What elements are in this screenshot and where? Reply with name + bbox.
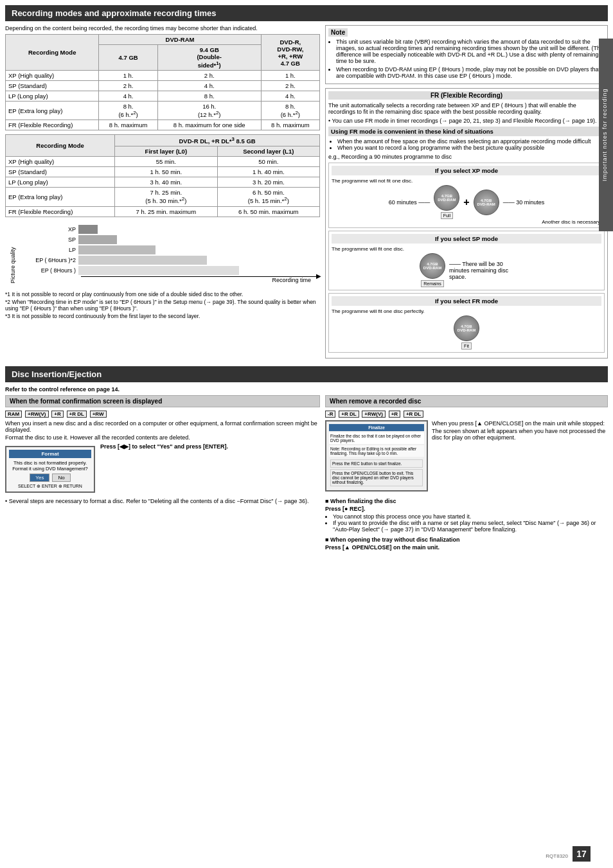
note-list: This unit uses variable bit rate (VBR) r…: [336, 39, 605, 79]
finalize-section-title: ■ When finalizing the disc: [325, 498, 608, 504]
diagram-fr-title: If you select FR mode: [332, 296, 601, 306]
badge-rdl: +R DL: [67, 411, 87, 418]
note-title: Note: [328, 28, 348, 37]
format-bullet: • Several steps are necessary to format …: [5, 498, 320, 504]
badge-rw: +RW: [90, 411, 107, 418]
fr-situation-2: When you want to record a long programme…: [337, 145, 605, 151]
chart-area: Picture quality XP SP LP: [5, 222, 320, 286]
page-wrapper: Important notes for recording Recording …: [0, 0, 613, 868]
table2-header-l1: Second layer (L1): [217, 146, 319, 157]
badge-rwv: +RW(V): [25, 411, 49, 418]
format-sub-header: When the format confirmation screen is d…: [5, 395, 320, 407]
page-number: 17: [573, 846, 591, 862]
finalize-section-subtitle: Press [● REC].: [325, 506, 608, 512]
disc-xp-2: 4.7GBDVD-RAM: [474, 190, 499, 215]
chart-bar-sp: SP: [21, 235, 317, 244]
bottom-section: When the format confirmation screen is d…: [5, 395, 608, 551]
finalize-bullet-2: If you want to provide the disc with a n…: [333, 520, 608, 533]
refer-text: Refer to the control reference on page 1…: [5, 386, 608, 393]
diagram-xp-desc: The programme will not fit one disc.: [332, 178, 601, 184]
fr-situations-list: When the amount of free space on the dis…: [337, 138, 605, 151]
fr-box: FR (Flexible Recording) The unit automat…: [325, 88, 608, 359]
format-yes-button[interactable]: Yes: [30, 474, 49, 482]
format-dialog-body: This disc is not formatted properly. For…: [9, 460, 91, 472]
chart-bar-ep6: EP ( 6Hours )*2: [21, 256, 317, 265]
badge-minus-r: -R: [325, 411, 335, 418]
footnotes: *1 It is not possible to record or play …: [5, 291, 320, 319]
fr-situation-1: When the amount of free space on the dis…: [337, 138, 605, 145]
note-item-1: This unit uses variable bit rate (VBR) r…: [336, 39, 605, 64]
table1-header-94gb: 9.4 GB(Double-sided*1): [157, 45, 261, 71]
chart-bar-xp: XP: [21, 225, 317, 234]
table-row: SP (Standard) 2 h. 4 h. 2 h.: [6, 81, 320, 91]
finalize-btn-row: Press the REC button to start finalize. …: [329, 458, 424, 488]
diagram-xp: If you select XP mode The programme will…: [328, 163, 605, 228]
chart-bar-lp: LP: [21, 245, 317, 254]
table1-header-47gb: 4.7 GB: [99, 45, 157, 71]
footnote-3: *3 It is not possible to record continuo…: [5, 313, 320, 319]
recording-table1: Recording Mode DVD-RAM DVD-R,DVD-RW,+R, …: [5, 34, 320, 130]
badge-plus-r2: +R: [389, 411, 400, 418]
finalize-section: ■ When finalizing the disc Press [● REC]…: [325, 498, 608, 533]
fr-situations-title: Using FR mode is convenient in these kin…: [328, 127, 605, 136]
format-desc2: Format the disc to use it. However all t…: [5, 434, 320, 441]
diagram-xp-visual: 60 minutes —— 4.7GBDVD-RAM Full + 4.7GBD…: [332, 185, 601, 219]
format-dialog-buttons: Yes No: [9, 474, 91, 482]
open-tray-section: ■ When opening the tray without disc fin…: [325, 536, 608, 551]
remove-disc-badges: -R +R DL +RW(V) +R +R DL: [325, 410, 608, 418]
note-item-2: When recording to DVD-RAM using EP ( 8Ho…: [336, 66, 605, 79]
table-row: SP (Standard) 1 h. 50 min. 1 h. 40 min.: [6, 167, 320, 177]
intro-text: Depending on the content being recorded,…: [5, 25, 320, 31]
recording-table2: Recording Mode DVD-R DL, +R DL*3 8.5 GB …: [5, 134, 320, 217]
table-row: EP (Extra long play) 7 h. 25 min.(5 h. 3…: [6, 188, 320, 206]
fr-bullet: • You can use FR mode in timer recording…: [328, 118, 605, 124]
right-column: Note This unit uses variable bit rate (V…: [325, 25, 608, 362]
fr-example: e.g., Recording a 90 minutes programme t…: [328, 154, 605, 160]
table1-header-dvdr: DVD-R,DVD-RW,+R, +RW4.7 GB: [261, 35, 319, 71]
finalize-right-text: When you press [▲ OPEN/CLOSE] on the mai…: [432, 420, 608, 494]
open-tray-title: ■ When opening the tray without disc fin…: [325, 536, 608, 543]
format-desc1: When you insert a new disc and a disc re…: [5, 420, 320, 433]
table2-header-l0: First layer (L0): [115, 146, 217, 157]
remove-disc-sub-header: When remove a recorded disc: [325, 395, 608, 407]
format-dialog-title: Format: [9, 450, 91, 458]
finalize-area: Finalize Finalize the disc so that it ca…: [325, 420, 608, 494]
badge-plus-rdl2: +R DL: [404, 411, 423, 418]
table-row: EP (Extra long play) 8 h.(6 h.*2) 16 h.(…: [6, 102, 320, 120]
disc-fr: 4.7GBDVD-RAM: [454, 315, 479, 341]
table1-header-dvdram: DVD-RAM: [99, 35, 261, 45]
finalize-bullet-1: You cannot stop this process once you ha…: [333, 513, 608, 520]
finalize-screenshot: Finalize Finalize the disc so that it ca…: [325, 420, 428, 492]
chart-bar-ep8: EP ( 8Hours ): [21, 266, 317, 275]
open-tray-subtitle: Press [▲ OPEN/CLOSE] on the main unit.: [325, 544, 608, 551]
table2-header-mode: Recording Mode: [6, 135, 115, 157]
disc-xp-1: 4.7GBDVD-RAM: [434, 185, 459, 211]
diagram-sp-visual: 4.7GBDVD-RAM Remains —— There will be 30…: [332, 253, 601, 287]
fr-description: The unit automatically selects a recordi…: [328, 102, 605, 115]
table-row: XP (High quality) 1 h. 2 h. 1 h.: [6, 71, 320, 81]
badge-plus-rwv: +RW(V): [362, 411, 386, 418]
format-no-button[interactable]: No: [52, 474, 70, 482]
diagram-fr: If you select FR mode The programme will…: [328, 293, 605, 353]
table1-header-mode: Recording Mode: [6, 35, 99, 71]
top-section: Depending on the content being recorded,…: [5, 25, 608, 362]
table-row: FR (Flexible Recording) 8 h. maximum 8 h…: [6, 120, 320, 130]
diagram-sp-desc: The programme will fit one disc.: [332, 246, 601, 252]
section2-header: Disc Insertion/Ejection: [5, 366, 608, 382]
table-row: XP (High quality) 55 min. 50 min.: [6, 157, 320, 167]
table2-header-dvdrdl: DVD-R DL, +R DL*3 8.5 GB: [115, 135, 320, 146]
format-select-row: SELECT ⊕ ENTER ⊕ RETURN: [9, 484, 91, 489]
format-screenshot: Format This disc is not formatted proper…: [5, 446, 95, 493]
left-column: Depending on the content being recorded,…: [5, 25, 320, 362]
table-row: LP (Long play) 4 h. 8 h. 4 h.: [6, 91, 320, 102]
footnote-2: *2 When "Recording time in EP mode" is s…: [5, 299, 320, 312]
note-box: Note This unit uses variable bit rate (V…: [325, 25, 608, 84]
diagram-xp-title: If you select XP mode: [332, 166, 601, 175]
table-row: FR (Flexible Recording) 7 h. 25 min. max…: [6, 206, 320, 217]
diagram-fr-desc: The programme will fit one disc perfectl…: [332, 308, 601, 314]
rqt-number: RQT8320: [546, 853, 568, 859]
table-row: LP (Long play) 3 h. 40 min. 3 h. 20 min.: [6, 177, 320, 188]
badge-r: +R: [51, 411, 63, 418]
section1-header: Recording modes and approximate recordin…: [5, 5, 608, 21]
finalize-bullets: You cannot stop this process once you ha…: [333, 513, 608, 533]
